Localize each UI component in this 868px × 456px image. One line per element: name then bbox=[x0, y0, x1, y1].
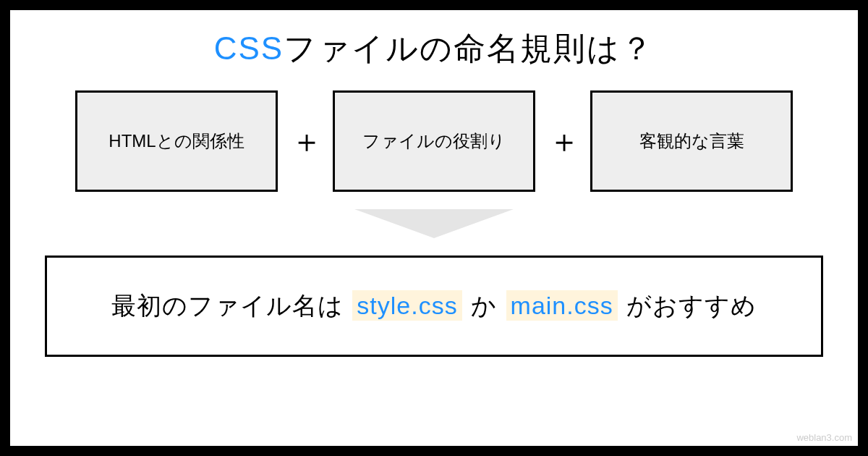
title-rest: ファイルの命名規則は？ bbox=[284, 30, 654, 66]
diagram-frame: CSSファイルの命名規則は？ HTMLとの関係性 ＋ ファイルの役割り ＋ 客観… bbox=[0, 0, 868, 456]
result-prefix: 最初のファイル名は bbox=[111, 292, 344, 319]
factor-box-objective-word: 客観的な言葉 bbox=[590, 90, 793, 192]
factors-row: HTMLとの関係性 ＋ ファイルの役割り ＋ 客観的な言葉 bbox=[45, 90, 823, 192]
result-suffix: がおすすめ bbox=[626, 292, 757, 319]
filename-style-css: style.css bbox=[352, 290, 461, 321]
factor-box-file-role: ファイルの役割り bbox=[333, 90, 535, 192]
page-title: CSSファイルの命名規則は？ bbox=[214, 28, 654, 70]
plus-icon: ＋ bbox=[291, 120, 320, 163]
title-highlight: CSS bbox=[214, 30, 284, 66]
plus-icon: ＋ bbox=[548, 120, 577, 163]
result-box: 最初のファイル名は style.css か main.css がおすすめ bbox=[45, 256, 823, 357]
arrow-down-icon bbox=[354, 209, 514, 238]
factor-box-html-relation: HTMLとの関係性 bbox=[75, 90, 278, 192]
filename-main-css: main.css bbox=[506, 290, 618, 321]
watermark: weblan3.com bbox=[796, 432, 852, 443]
result-middle: か bbox=[471, 292, 497, 319]
